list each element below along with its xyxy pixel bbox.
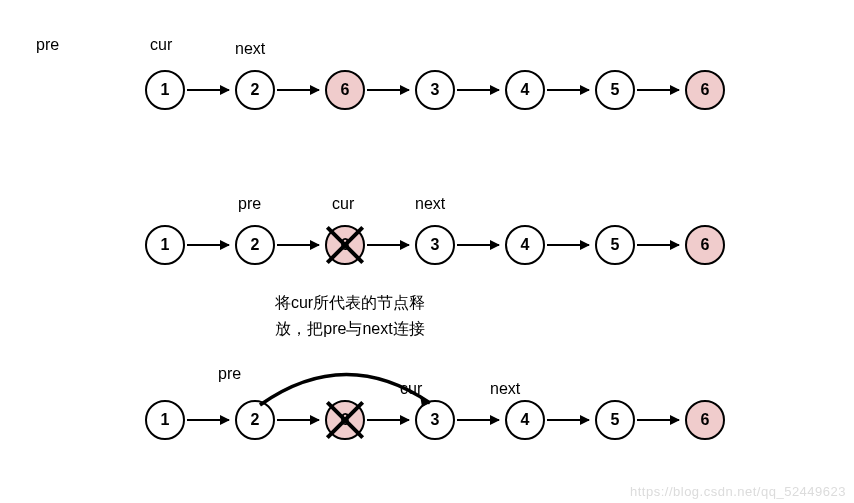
arrow-icon — [457, 89, 499, 91]
arrow-icon — [277, 419, 319, 421]
node-value: 3 — [431, 411, 440, 429]
list-node: 6 — [325, 225, 365, 265]
caption-line: 将cur所代表的节点释 — [255, 290, 445, 316]
pointer-label-cur-r1: cur — [150, 36, 172, 54]
pointer-label-next-r3: next — [490, 380, 520, 398]
arrow-icon — [637, 89, 679, 91]
list-node: 4 — [505, 400, 545, 440]
list-node: 1 — [145, 70, 185, 110]
list-node: 2 — [235, 400, 275, 440]
pointer-label-next-r2: next — [415, 195, 445, 213]
list-node: 6 — [685, 225, 725, 265]
list-node: 6 — [325, 400, 365, 440]
list-node: 5 — [595, 400, 635, 440]
list-node: 2 — [235, 70, 275, 110]
pointer-label-pre-r2: pre — [238, 195, 261, 213]
arrow-icon — [367, 419, 409, 421]
node-value: 5 — [611, 81, 620, 99]
list-node: 5 — [595, 70, 635, 110]
arrow-icon — [367, 244, 409, 246]
node-value: 6 — [341, 81, 350, 99]
node-value: 1 — [161, 411, 170, 429]
pointer-label-pre-r3: pre — [218, 365, 241, 383]
pointer-label-cur-r3: cur — [400, 380, 422, 398]
node-value: 1 — [161, 81, 170, 99]
node-value: 2 — [251, 236, 260, 254]
node-value: 6 — [701, 411, 710, 429]
list-node: 4 — [505, 225, 545, 265]
arrow-icon — [277, 89, 319, 91]
node-value: 5 — [611, 236, 620, 254]
arrow-icon — [547, 419, 589, 421]
arrow-icon — [547, 244, 589, 246]
node-value: 6 — [701, 81, 710, 99]
arrow-icon — [277, 244, 319, 246]
list-node: 3 — [415, 225, 455, 265]
arrow-icon — [187, 419, 229, 421]
pointer-label-cur-r2: cur — [332, 195, 354, 213]
node-value: 6 — [341, 411, 350, 429]
list-node: 6 — [325, 70, 365, 110]
node-value: 3 — [431, 81, 440, 99]
arrow-icon — [457, 244, 499, 246]
arrow-icon — [187, 244, 229, 246]
node-value: 2 — [251, 81, 260, 99]
arrow-icon — [457, 419, 499, 421]
list-node: 5 — [595, 225, 635, 265]
node-value: 6 — [701, 236, 710, 254]
watermark: https://blog.csdn.net/qq_52449623 — [630, 484, 846, 499]
arrow-icon — [637, 244, 679, 246]
list-node: 2 — [235, 225, 275, 265]
step-caption: 将cur所代表的节点释 放，把pre与next连接 — [255, 290, 445, 341]
arrow-icon — [187, 89, 229, 91]
list-node: 3 — [415, 70, 455, 110]
node-value: 4 — [521, 236, 530, 254]
arrow-icon — [367, 89, 409, 91]
list-node: 4 — [505, 70, 545, 110]
node-value: 3 — [431, 236, 440, 254]
list-node: 6 — [685, 70, 725, 110]
arrow-icon — [637, 419, 679, 421]
node-value: 4 — [521, 411, 530, 429]
arrow-icon — [547, 89, 589, 91]
pointer-label-next-r1: next — [235, 40, 265, 58]
node-value: 1 — [161, 236, 170, 254]
node-value: 5 — [611, 411, 620, 429]
node-value: 6 — [341, 236, 350, 254]
list-node: 6 — [685, 400, 725, 440]
list-node: 3 — [415, 400, 455, 440]
node-value: 2 — [251, 411, 260, 429]
caption-line: 放，把pre与next连接 — [255, 316, 445, 342]
list-node: 1 — [145, 225, 185, 265]
node-value: 4 — [521, 81, 530, 99]
pointer-label-pre-outer: pre — [36, 36, 59, 54]
list-node: 1 — [145, 400, 185, 440]
